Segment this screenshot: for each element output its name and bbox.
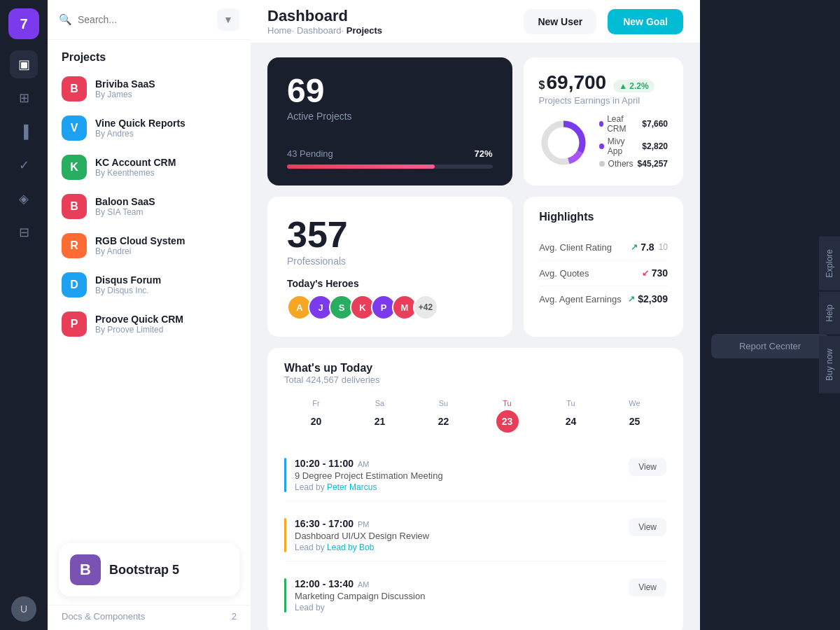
event-lead-link[interactable]: Lead by Bob [327, 542, 374, 552]
project-item[interactable]: D Disqus Forum By Disqus Inc. [48, 265, 251, 304]
legend-value: $45,257 [638, 159, 668, 169]
buy-now-tab[interactable]: Buy now [819, 336, 840, 393]
earnings-top: $ 69,700 ▲ 2.2% Projects Earnings in Apr… [539, 71, 668, 106]
project-item[interactable]: B Briviba SaaS By James [48, 69, 251, 108]
icon-nav: 7 ▣ ⊞ ▐ ✓ ◈ ⊟ U [0, 0, 48, 630]
nav-icon-dashboard[interactable]: ▣ [10, 50, 38, 78]
event-period: PM [358, 520, 370, 528]
pending-label: 43 Pending [287, 148, 333, 159]
highlights-title: Highlights [539, 211, 668, 223]
earnings-dollar: $ [539, 79, 545, 92]
breadcrumb-home[interactable]: Home· [267, 25, 294, 36]
nav-icon-briefcase[interactable]: ⊟ [10, 218, 38, 246]
highlight-row: Avg. Client Rating ↗ 7.810 [539, 234, 668, 260]
project-info: Disqus Forum By Disqus Inc. [95, 274, 161, 295]
event-view-button[interactable]: View [629, 518, 666, 536]
legend-item: Others $45,257 [599, 159, 668, 169]
legend-name: Leaf CRM [607, 114, 638, 134]
project-list: B Briviba SaaS By James V Vine Quick Rep… [48, 69, 251, 535]
project-icon: B [62, 194, 87, 219]
legend-value: $2,820 [642, 141, 668, 151]
project-icon: V [62, 115, 87, 141]
right-panel: Report Cecnter Explore Help Buy now [700, 0, 840, 630]
highlight-value: ↗ 7.810 [631, 241, 668, 253]
topbar: Dashboard Home· Dashboard· Projects New … [251, 0, 700, 43]
sidebar-footer: Docs & Components 2 [48, 605, 251, 630]
event-border [284, 518, 286, 552]
breadcrumb: Home· Dashboard· Projects [267, 25, 512, 36]
day-number: 23 [496, 410, 519, 433]
project-name: KC Account CRM [95, 157, 176, 168]
project-icon: R [62, 233, 87, 258]
highlight-value: ↙ 730 [642, 267, 668, 279]
new-goal-button[interactable]: New Goal [608, 9, 683, 34]
event-view-button[interactable]: View [629, 458, 666, 476]
day-name: Su [414, 399, 472, 407]
day-number: 20 [305, 410, 328, 433]
user-profile-avatar[interactable]: U [11, 596, 36, 622]
donut-legend: Leaf CRM $7,660 Mivy App $2,820 Others $… [539, 114, 668, 172]
project-info: Vine Quick Reports By Andres [95, 118, 186, 139]
event-time: 16:30 - 17:00 PM [295, 518, 620, 529]
avatar-more[interactable]: +42 [413, 295, 438, 320]
event-lead-link[interactable]: Peter Marcus [327, 482, 377, 492]
event-lead: Lead by Lead by Bob [295, 542, 620, 552]
search-input[interactable] [78, 14, 211, 25]
project-item[interactable]: P Proove Quick CRM By Proove Limited [48, 304, 251, 344]
highlight-row: Avg. Quotes ↙ 730 [539, 260, 668, 286]
legend-dot [599, 144, 604, 149]
calendar-day[interactable]: Tu 24 [539, 393, 603, 438]
highlights-card: Highlights Avg. Client Rating ↗ 7.810 Av… [524, 197, 683, 337]
filter-button[interactable]: ▼ [217, 8, 239, 31]
calendar-day[interactable]: Sa 21 [348, 393, 412, 438]
user-avatar-nav[interactable]: 7 [8, 8, 39, 39]
project-item[interactable]: K KC Account CRM By Keenthemes [48, 148, 251, 187]
trend-icon: ↗ [631, 242, 638, 252]
project-item[interactable]: B Baloon SaaS By SIA Team [48, 187, 251, 226]
donut-chart [539, 118, 588, 167]
event-content: 10:20 - 11:00 AM 9 Degree Project Estima… [295, 458, 620, 492]
earnings-number: 69,700 [547, 71, 607, 94]
bootstrap-card[interactable]: B Bootstrap 5 [59, 543, 239, 596]
nav-icon-grid[interactable]: ⊞ [10, 84, 38, 112]
event-content: 16:30 - 17:00 PM Dashboard UI/UX Design … [295, 518, 620, 552]
professionals-label: Professionals [287, 255, 493, 267]
calendar-card: What's up Today Total 424,567 deliveries… [267, 348, 683, 630]
event-title: Marketing Campaign Discussion [295, 591, 620, 601]
day-name: Tu [542, 399, 600, 407]
legend-item: Mivy App $2,820 [599, 136, 668, 156]
legend-item: Leaf CRM $7,660 [599, 114, 668, 134]
new-user-button[interactable]: New User [524, 9, 596, 34]
event-view-button[interactable]: View [629, 578, 666, 596]
heroes-label: Today's Heroes [287, 278, 493, 289]
explore-tab[interactable]: Explore [819, 237, 840, 290]
active-projects-card: 69 Active Projects 43 Pending 72% [267, 57, 512, 186]
breadcrumb-dashboard[interactable]: Dashboard· [297, 25, 344, 36]
avatar-row: AJSKPM+42 [287, 295, 493, 320]
day-name: Tu [478, 399, 536, 407]
search-bar: 🔍 ▼ [48, 0, 251, 40]
project-item[interactable]: V Vine Quick Reports By Andres [48, 108, 251, 148]
calendar-day[interactable]: Tu 23 [475, 393, 539, 438]
calendar-day[interactable]: Su 22 [412, 393, 475, 438]
help-tab[interactable]: Help [819, 292, 840, 335]
nav-icon-layers[interactable]: ◈ [10, 185, 38, 213]
earnings-card: $ 69,700 ▲ 2.2% Projects Earnings in Apr… [524, 57, 683, 186]
project-item[interactable]: R RGB Cloud System By Andrei [48, 226, 251, 265]
legend-dot [599, 121, 604, 127]
calendar-day[interactable]: Fr 20 [284, 393, 348, 438]
nav-icon-chart[interactable]: ▐ [10, 118, 38, 146]
highlights-rows: Avg. Client Rating ↗ 7.810 Avg. Quotes ↙… [539, 234, 668, 312]
calendar-days[interactable]: Fr 20 Sa 21 Su 22 Tu 23 Tu 24 We 25 [284, 393, 666, 438]
nav-icon-check[interactable]: ✓ [10, 151, 38, 179]
calendar-day[interactable]: We 25 [603, 393, 666, 438]
project-name: Disqus Forum [95, 274, 161, 286]
report-center-button[interactable]: Report Cecnter [711, 334, 829, 358]
bootstrap-label: Bootstrap 5 [109, 563, 179, 578]
legend-name: Mivy App [608, 136, 638, 156]
project-author: By Keenthemes [95, 168, 176, 178]
day-name: Fr [287, 399, 345, 407]
page-title: Dashboard [267, 7, 512, 25]
project-author: By SIA Team [95, 207, 155, 217]
event-time: 10:20 - 11:00 AM [295, 458, 620, 469]
